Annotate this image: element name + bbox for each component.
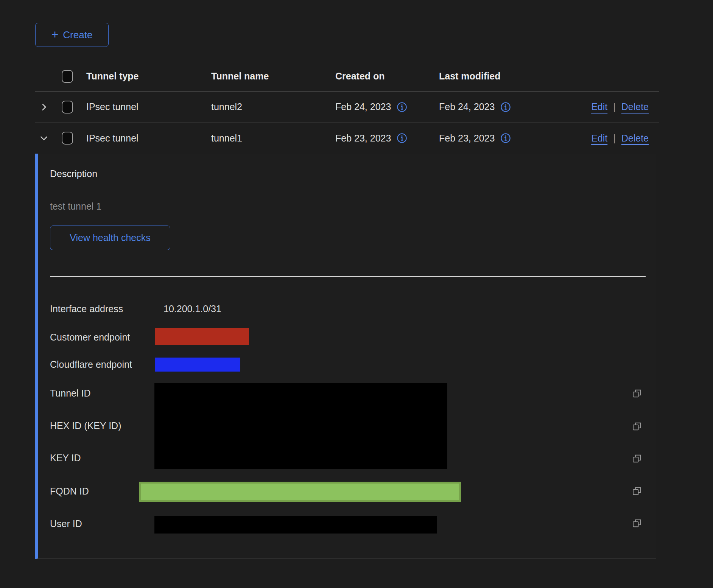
key-id-label: KEY ID xyxy=(50,452,81,464)
user-id-redacted-value xyxy=(154,516,437,534)
ipsec-tunnels-page: + Create Tunnel type Tunnel name Created… xyxy=(0,0,713,588)
user-id-label: User ID xyxy=(50,518,82,529)
info-icon[interactable] xyxy=(500,102,511,112)
view-health-checks-button[interactable]: View health checks xyxy=(50,226,170,250)
col-header-created-on: Created on xyxy=(335,71,439,82)
row-checkbox[interactable] xyxy=(62,132,73,145)
link-separator: | xyxy=(613,133,616,144)
description-text: test tunnel 1 xyxy=(50,201,101,212)
table-row-tunnel1: IPsec tunnel tunnel1 Feb 23, 2023 Feb 23… xyxy=(35,123,659,154)
create-button-label: Create xyxy=(63,29,92,41)
col-header-last-modified: Last modified xyxy=(439,71,583,82)
copy-key-id-icon[interactable] xyxy=(632,453,642,464)
tunnel-type-cell: IPsec tunnel xyxy=(86,101,211,112)
table-row-tunnel2: IPsec tunnel tunnel2 Feb 24, 2023 Feb 24… xyxy=(35,92,659,123)
created-on-cell: Feb 24, 2023 xyxy=(335,101,439,112)
cloudflare-endpoint-label: Cloudflare endpoint xyxy=(50,359,132,370)
cloudflare-endpoint-redacted-value xyxy=(155,358,240,372)
row-actions-cell: Edit | Delete xyxy=(583,101,659,112)
expanded-detail-panel: Description test tunnel 1 View health ch… xyxy=(35,154,656,559)
interface-address-value: 10.200.1.0/31 xyxy=(163,303,221,314)
tunnel-id-label: Tunnel ID xyxy=(50,387,90,399)
info-icon[interactable] xyxy=(500,133,511,143)
created-on-cell: Feb 23, 2023 xyxy=(335,133,439,144)
customer-endpoint-label: Customer endpoint xyxy=(50,331,130,343)
interface-address-label: Interface address xyxy=(50,303,123,314)
tunnel-name-cell: tunnel1 xyxy=(211,133,335,144)
copy-tunnel-id-icon[interactable] xyxy=(632,388,642,399)
row-expander-cell xyxy=(35,133,62,143)
link-separator: | xyxy=(613,101,616,112)
delete-link[interactable]: Delete xyxy=(621,133,649,144)
row-checkbox-cell xyxy=(62,101,86,114)
edit-link[interactable]: Edit xyxy=(591,101,607,112)
created-on-value: Feb 24, 2023 xyxy=(335,101,391,112)
fqdn-id-redacted-value xyxy=(139,482,461,502)
description-heading: Description xyxy=(50,168,97,179)
info-icon[interactable] xyxy=(397,102,407,112)
col-header-tunnel-name: Tunnel name xyxy=(211,71,335,82)
copy-fqdn-id-icon[interactable] xyxy=(632,486,642,496)
header-checkbox-cell xyxy=(62,70,86,83)
table-header: Tunnel type Tunnel name Created on Last … xyxy=(35,61,659,92)
tunnel-type-cell: IPsec tunnel xyxy=(86,133,211,144)
create-button[interactable]: + Create xyxy=(35,23,109,47)
last-modified-value: Feb 23, 2023 xyxy=(439,133,495,144)
chevron-right-icon[interactable] xyxy=(39,102,49,112)
customer-endpoint-redacted-value xyxy=(155,328,249,345)
last-modified-value: Feb 24, 2023 xyxy=(439,101,495,112)
copy-user-id-icon[interactable] xyxy=(632,518,642,529)
select-all-checkbox[interactable] xyxy=(62,70,73,83)
ids-redacted-value-block xyxy=(154,383,447,469)
row-actions-cell: Edit | Delete xyxy=(583,133,659,144)
edit-link[interactable]: Edit xyxy=(591,133,607,144)
last-modified-cell: Feb 23, 2023 xyxy=(439,133,583,144)
created-on-value: Feb 23, 2023 xyxy=(335,133,391,144)
fqdn-id-label: FQDN ID xyxy=(50,485,89,497)
chevron-down-icon[interactable] xyxy=(39,133,49,143)
col-header-tunnel-type: Tunnel type xyxy=(86,71,211,82)
info-icon[interactable] xyxy=(397,133,407,143)
hex-id-label: HEX ID (KEY ID) xyxy=(50,420,121,431)
tunnels-table: Tunnel type Tunnel name Created on Last … xyxy=(35,61,659,154)
row-checkbox-cell xyxy=(62,132,86,145)
row-checkbox[interactable] xyxy=(62,101,73,114)
tunnel-name-cell: tunnel2 xyxy=(211,101,335,112)
delete-link[interactable]: Delete xyxy=(621,101,649,112)
row-expander-cell xyxy=(35,102,62,112)
panel-divider xyxy=(50,276,646,277)
last-modified-cell: Feb 24, 2023 xyxy=(439,101,583,112)
plus-icon: + xyxy=(51,28,59,40)
copy-hex-id-icon[interactable] xyxy=(632,421,642,432)
